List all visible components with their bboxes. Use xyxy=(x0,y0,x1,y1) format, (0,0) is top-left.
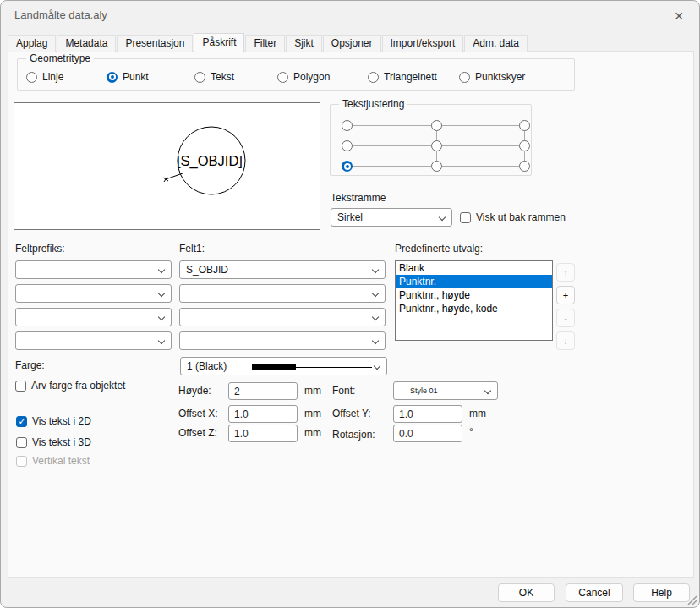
checkbox-label: Visk ut bak rammen xyxy=(476,211,566,223)
alignment-radio-middle-center[interactable] xyxy=(431,140,442,151)
alignment-radio-bottom-right[interactable] xyxy=(519,161,530,172)
radio-label: Punktskyer xyxy=(475,71,525,83)
text-alignment-group: Tekstjustering xyxy=(330,104,532,176)
field1-select-2[interactable] xyxy=(179,284,386,303)
radio-icon xyxy=(277,72,288,83)
alignment-radio-middle-left[interactable] xyxy=(342,140,353,151)
text-frame-label: Tekstramme xyxy=(331,192,386,204)
font-select[interactable]: Style 01 xyxy=(393,381,498,400)
font-value: Style 01 xyxy=(410,386,438,395)
predefined-selection-list[interactable]: Blank Punktnr. Punktnr., høyde Punktnr.,… xyxy=(395,260,553,341)
field-prefix-select-2[interactable] xyxy=(15,284,172,303)
chevron-down-icon xyxy=(439,214,446,221)
color-line-sample xyxy=(296,367,372,368)
text-frame-value: Sirkel xyxy=(337,211,363,223)
field1-label: Felt1: xyxy=(179,243,205,255)
checkbox-disabled-icon xyxy=(16,456,27,467)
move-down-button: ↓ xyxy=(556,331,575,350)
resize-grip[interactable] xyxy=(686,594,697,605)
alignment-radio-top-center[interactable] xyxy=(431,120,442,131)
tab-sjikt[interactable]: Sjikt xyxy=(286,35,322,52)
rotation-unit: ° xyxy=(469,426,473,438)
move-up-button: ↑ xyxy=(556,263,575,282)
field1-select-3[interactable] xyxy=(179,308,386,326)
field1-select-4[interactable] xyxy=(179,331,386,350)
alignment-radio-middle-right[interactable] xyxy=(519,140,530,151)
radio-icon xyxy=(194,72,205,83)
chevron-down-icon xyxy=(372,314,379,320)
field-prefix-select-1[interactable] xyxy=(15,260,172,279)
radio-geometry-linje[interactable]: Linje xyxy=(26,71,63,83)
tab-presentasjon[interactable]: Presentasjon xyxy=(117,35,193,52)
offset-z-unit: mm xyxy=(304,427,321,439)
offset-z-input[interactable] xyxy=(228,425,298,442)
show-text-2d-checkbox[interactable]: Vis tekst i 2D xyxy=(16,415,91,427)
chevron-down-icon xyxy=(372,290,379,297)
radio-label: Tekst xyxy=(211,71,234,83)
chevron-down-icon xyxy=(158,337,165,344)
checkbox-icon xyxy=(15,381,26,392)
text-frame-select[interactable]: Sirkel xyxy=(331,208,452,227)
radio-label: Triangelnett xyxy=(384,71,437,83)
color-value: 1 (Black) xyxy=(187,360,227,372)
ok-button[interactable]: OK xyxy=(498,583,555,602)
cancel-button[interactable]: Cancel xyxy=(566,583,623,602)
alignment-radio-bottom-left[interactable] xyxy=(342,161,353,172)
tab-opsjoner[interactable]: Opsjoner xyxy=(323,35,381,52)
checkbox-label: Vis tekst i 2D xyxy=(32,415,91,427)
offset-x-input[interactable] xyxy=(228,405,298,423)
alignment-radio-top-left[interactable] xyxy=(342,120,353,131)
tab-adm-data[interactable]: Adm. data xyxy=(464,35,528,52)
radio-geometry-polygon[interactable]: Polygon xyxy=(277,71,330,83)
add-button[interactable]: + xyxy=(556,286,575,304)
close-icon[interactable]: ✕ xyxy=(667,5,691,27)
inherit-color-checkbox[interactable]: Arv farge fra objektet xyxy=(15,380,125,392)
field1-select-1[interactable]: S_OBJID xyxy=(179,260,386,279)
geometry-type-group: Geometritype Linje Punkt Tekst Polygon T… xyxy=(17,58,575,91)
offset-y-unit: mm xyxy=(469,408,486,419)
field-prefix-select-3[interactable] xyxy=(15,308,172,326)
show-text-3d-checkbox[interactable]: Vis tekst i 3D xyxy=(16,436,91,448)
tab-import-eksport[interactable]: Import/eksport xyxy=(382,35,464,52)
radio-geometry-triangelnett[interactable]: Triangelnett xyxy=(368,71,437,83)
field-prefix-select-4[interactable] xyxy=(15,331,172,350)
font-label: Font: xyxy=(332,385,355,397)
tab-applag[interactable]: Applag xyxy=(8,35,56,52)
tab-metadata[interactable]: Metadata xyxy=(57,35,116,52)
tab-paskrift[interactable]: Påskrift xyxy=(194,33,244,52)
checkbox-icon xyxy=(16,437,27,448)
predefined-selection-label: Predefinerte utvalg: xyxy=(395,243,483,255)
checkbox-label: Arv farge fra objektet xyxy=(31,380,125,392)
title-bar: Landmålte data.aly ✕ xyxy=(1,1,699,31)
alignment-radio-top-right[interactable] xyxy=(519,120,530,131)
height-unit: mm xyxy=(304,385,321,397)
color-swatch xyxy=(252,364,296,370)
geometry-type-legend: Geometritype xyxy=(26,52,94,64)
color-select[interactable]: 1 (Black) xyxy=(180,357,387,375)
help-button[interactable]: Help xyxy=(633,583,690,602)
height-input[interactable] xyxy=(228,382,298,400)
list-item-blank[interactable]: Blank xyxy=(396,261,552,275)
offset-z-label: Offset Z: xyxy=(178,427,217,439)
preview-drawing: [S_OBJID] xyxy=(14,103,320,229)
list-item-punktnr-hoyde-kode[interactable]: Punktnr., høyde, kode xyxy=(396,302,552,315)
list-item-punktnr[interactable]: Punktnr. xyxy=(396,275,552,288)
chevron-down-icon xyxy=(484,387,491,394)
offset-y-input[interactable] xyxy=(393,405,462,423)
erase-behind-frame-checkbox[interactable]: Visk ut bak rammen xyxy=(460,211,566,223)
list-item-punktnr-hoyde[interactable]: Punktnr., høyde xyxy=(396,288,552,302)
radio-geometry-tekst[interactable]: Tekst xyxy=(194,71,234,83)
alignment-radio-bottom-center[interactable] xyxy=(431,161,442,172)
label-preview-panel: [S_OBJID] xyxy=(14,102,320,230)
offset-x-unit: mm xyxy=(304,408,321,419)
radio-icon xyxy=(26,72,37,83)
chevron-down-icon xyxy=(158,290,165,297)
tab-filter[interactable]: Filter xyxy=(245,35,285,52)
preview-field-text: [S_OBJID] xyxy=(177,153,243,169)
radio-geometry-punktskyer[interactable]: Punktskyer xyxy=(459,71,525,83)
chevron-down-icon xyxy=(158,266,165,273)
chevron-down-icon xyxy=(374,363,380,370)
radio-geometry-punkt[interactable]: Punkt xyxy=(107,71,149,83)
rotation-input[interactable] xyxy=(393,425,462,442)
tab-strip: Applag Metadata Presentasjon Påskrift Fi… xyxy=(8,32,528,52)
